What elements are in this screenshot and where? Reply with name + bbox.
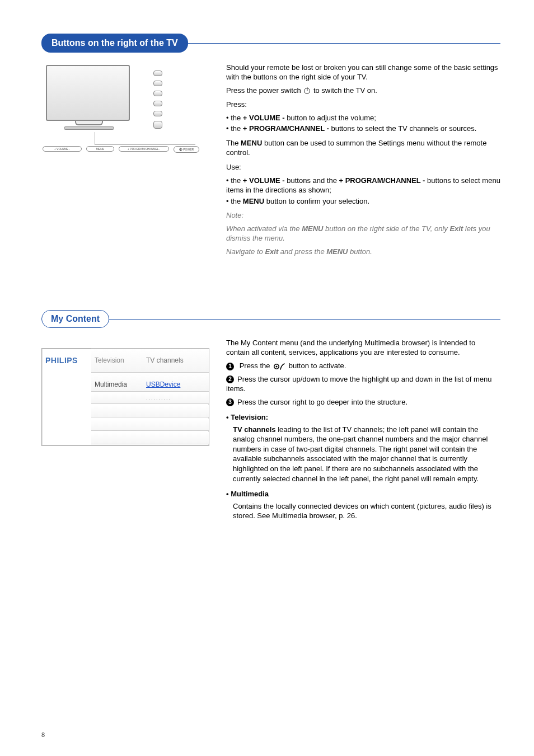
mc-empty bbox=[143, 405, 209, 417]
press-item-program: the + PROGRAM/CHANNEL - buttons to selec… bbox=[226, 124, 500, 134]
callout-line bbox=[95, 144, 195, 145]
step-number-1: 1 bbox=[226, 363, 234, 370]
television-block: • Television: TV channels leading to the… bbox=[226, 412, 500, 483]
power-icon: ⏻ bbox=[179, 148, 182, 151]
step-2: 2Press the cursor up/down to move the hi… bbox=[226, 374, 500, 394]
text: MENU bbox=[326, 247, 348, 256]
logo-spacer bbox=[42, 432, 91, 445]
step-1: 1 Press the button to activate. bbox=[226, 361, 500, 371]
step-number-2: 2 bbox=[226, 375, 234, 383]
text: to switch the TV on. bbox=[313, 86, 377, 95]
menu-line: The MENU button can be used to summon th… bbox=[226, 138, 500, 158]
step-number-3: 3 bbox=[226, 398, 234, 406]
use-header: Use: bbox=[226, 162, 500, 172]
text: When activated via the bbox=[226, 224, 302, 233]
mc-col1-multimedia: Multimedia bbox=[91, 373, 143, 392]
side-btn bbox=[153, 101, 162, 106]
header-rule bbox=[41, 319, 500, 320]
note-block: Note: When activated via the MENU button… bbox=[226, 210, 500, 256]
section-header-buttons: Buttons on the right of the TV bbox=[41, 34, 500, 53]
mycontent-button-icon bbox=[273, 363, 285, 370]
text: button can be used to summon the Setting… bbox=[226, 139, 486, 157]
text: buttons to select the TV channels or sou… bbox=[329, 124, 477, 133]
text: MENU bbox=[302, 224, 323, 233]
text: button to confirm your selection. bbox=[264, 197, 369, 205]
press-list: the + VOLUME - button to adjust the volu… bbox=[226, 113, 500, 134]
step-3: 3Press the cursor right to go deeper int… bbox=[226, 397, 500, 407]
text: TV channels bbox=[233, 425, 276, 434]
mc-empty bbox=[91, 392, 143, 404]
label-power: ⏻ POWER bbox=[174, 146, 199, 153]
side-btn bbox=[153, 81, 162, 86]
television-header: • Television: bbox=[226, 412, 500, 422]
text: MENU bbox=[243, 197, 264, 205]
tv-body bbox=[46, 65, 130, 121]
mc-empty bbox=[91, 432, 143, 444]
label-menu: MENU bbox=[86, 146, 114, 152]
mc-empty bbox=[143, 432, 209, 444]
note-line-1: When activated via the MENU button on th… bbox=[226, 224, 500, 243]
section1-body: Should your remote be lost or broken you… bbox=[226, 63, 500, 260]
side-btn bbox=[153, 111, 162, 116]
text: buttons and the bbox=[285, 176, 339, 185]
text: + VOLUME - bbox=[243, 114, 285, 122]
note-header: Note: bbox=[226, 210, 500, 220]
side-btn bbox=[153, 71, 162, 76]
text: Press the bbox=[240, 361, 273, 370]
mc-empty bbox=[143, 419, 209, 431]
svg-point-1 bbox=[276, 365, 278, 367]
logo-spacer bbox=[42, 373, 91, 392]
callout-line bbox=[95, 132, 95, 144]
section-header-mycontent: My Content bbox=[41, 310, 500, 328]
label-program: + PROGRAM/CHANNEL - bbox=[119, 146, 169, 152]
press-header: Press: bbox=[226, 100, 500, 110]
text: + VOLUME - bbox=[243, 176, 285, 185]
tv-stand-base bbox=[64, 126, 114, 130]
text: the bbox=[231, 114, 243, 122]
section-title-pill: My Content bbox=[41, 310, 109, 328]
multimedia-block: • Multimedia Contains the locally connec… bbox=[226, 489, 500, 521]
text: Exit bbox=[265, 247, 278, 256]
text: Navigate to bbox=[226, 247, 265, 256]
text: and press the bbox=[278, 247, 326, 256]
multimedia-header: • Multimedia bbox=[226, 489, 500, 499]
label-volume: + VOLUME - bbox=[43, 146, 82, 152]
text: Television: bbox=[231, 413, 268, 421]
text: MENU bbox=[241, 139, 262, 147]
text: + PROGRAM/CHANNEL - bbox=[339, 176, 425, 185]
tv-side-buttons-illustration: + VOLUME - MENU + PROGRAM/CHANNEL - ⏻ PO… bbox=[41, 65, 204, 154]
mycontent-screenshot: PHILIPS Television TV channels Multimedi… bbox=[41, 348, 209, 446]
mycontent-intro: The My Content menu (and the underlying … bbox=[226, 338, 500, 358]
mc-empty bbox=[91, 405, 143, 417]
text: the bbox=[231, 197, 243, 205]
mc-empty bbox=[91, 419, 143, 431]
use-item-1: the + VOLUME - buttons and the + PROGRAM… bbox=[226, 176, 500, 195]
logo-spacer bbox=[42, 392, 91, 405]
logo-spacer bbox=[42, 419, 91, 432]
text: the bbox=[231, 176, 243, 185]
text: the bbox=[231, 124, 243, 133]
text: Exit bbox=[449, 224, 463, 233]
mc-col2-dots: .......... bbox=[143, 392, 209, 404]
page-number: 8 bbox=[41, 731, 45, 739]
mc-col2-usbdevice: USBDevice bbox=[143, 373, 209, 392]
note-line-2: Navigate to Exit and press the MENU butt… bbox=[226, 247, 500, 257]
multimedia-body: Contains the locally connected devices o… bbox=[226, 501, 500, 521]
text: The bbox=[226, 139, 241, 147]
text: + PROGRAM/CHANNEL - bbox=[243, 124, 329, 133]
side-btn bbox=[153, 91, 162, 96]
text: button on the right side of the TV, only bbox=[323, 224, 449, 233]
power-icon bbox=[304, 88, 310, 94]
text: Press the cursor right to go deeper into… bbox=[237, 398, 407, 406]
side-button-column bbox=[153, 71, 163, 134]
philips-logo: PHILIPS bbox=[42, 349, 91, 373]
tv-stand bbox=[75, 121, 103, 125]
text: button to adjust the volume; bbox=[285, 114, 376, 122]
intro-line-1: Should your remote be lost or broken you… bbox=[226, 63, 500, 82]
side-btn-power bbox=[153, 121, 162, 129]
text: button. bbox=[348, 247, 372, 256]
label-power-text: POWER bbox=[183, 148, 194, 151]
use-item-2: the MENU button to confirm your selectio… bbox=[226, 196, 500, 206]
section2-body: The My Content menu (and the underlying … bbox=[226, 338, 500, 521]
mc-col2-tvchannels: TV channels bbox=[143, 349, 209, 373]
